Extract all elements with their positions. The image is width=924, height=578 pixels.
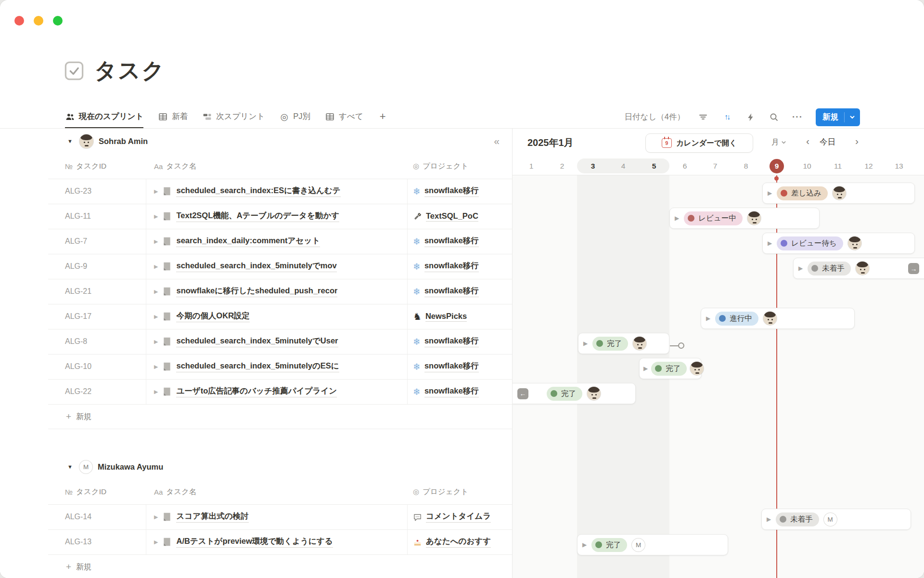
expand-toggle-icon[interactable]: ▶	[582, 541, 587, 548]
project-link[interactable]: snowflake移行	[424, 336, 479, 347]
task-name-link[interactable]: A/Bテストがpreview環境で動くようにする	[176, 536, 333, 548]
today-button[interactable]: 今日	[820, 137, 835, 147]
day-cell[interactable]: 12	[853, 158, 884, 175]
project-link[interactable]: TextSQL_PoC	[426, 211, 478, 222]
add-task-row[interactable]: + 新規	[0, 554, 512, 578]
more-icon[interactable]: ···	[792, 112, 803, 122]
sort-icon[interactable]: ↑↓	[721, 112, 732, 122]
timeline-bar[interactable]: ▶ 未着手 →	[793, 258, 924, 279]
expand-toggle-icon[interactable]: ▶	[675, 215, 679, 222]
project-link[interactable]: snowflake移行	[424, 386, 479, 397]
column-header-name[interactable]: タスク名	[166, 161, 196, 171]
project-link[interactable]: NewsPicks	[425, 312, 467, 322]
day-cell[interactable]: 14	[914, 158, 924, 175]
expand-toggle-icon[interactable]: ▶	[154, 213, 158, 220]
project-link[interactable]: あなたへのおすす	[426, 536, 491, 548]
collapse-group-icon[interactable]: ▼	[67, 464, 74, 470]
add-view-button[interactable]: +	[378, 106, 388, 128]
column-header-id[interactable]: タスクID	[76, 487, 106, 497]
project-link[interactable]: snowflake移行	[424, 286, 479, 297]
day-cell[interactable]: 2	[547, 158, 578, 175]
collapse-group-icon[interactable]: ▼	[67, 138, 74, 144]
day-cell[interactable]: 10	[792, 158, 822, 175]
expand-toggle-icon[interactable]: ▶	[154, 364, 158, 370]
task-name-link[interactable]: ユーザto広告記事のバッチ推薦パイプライン	[176, 386, 337, 397]
project-link[interactable]: コメントタイムラ	[426, 511, 491, 523]
minimize-button[interactable]	[34, 16, 43, 26]
tab-new[interactable]: 新着	[158, 106, 188, 128]
task-name-link[interactable]: Text2SQL機能、Aテーブルのデータを動かす	[176, 210, 339, 222]
expand-toggle-icon[interactable]: ▶	[583, 340, 588, 347]
tab-all[interactable]: すべて	[325, 106, 363, 128]
day-cell[interactable]: 11	[822, 158, 853, 175]
scroll-to-bar-left-button[interactable]: ←	[517, 388, 528, 399]
task-name-link[interactable]: スコア算出式の検討	[176, 511, 248, 523]
column-header-project[interactable]: プロジェクト	[423, 161, 468, 171]
day-cell[interactable]: 5	[639, 158, 669, 175]
timeline-bar[interactable]: ▶ 完了 M	[577, 534, 728, 555]
day-cell[interactable]: 1	[516, 158, 547, 175]
expand-toggle-icon[interactable]: ▶	[154, 188, 158, 195]
task-name-link[interactable]: scheduled_search_index_5minutelyのESに	[176, 361, 339, 372]
timeline-bar[interactable]: ▶ 差し込み	[762, 183, 915, 204]
new-button[interactable]: 新規	[816, 108, 860, 126]
open-calendar-button[interactable]: 9 カレンダーで開く	[645, 133, 753, 153]
timeline-bar[interactable]: ▶ 未着手 M	[761, 509, 911, 530]
day-cell[interactable]: 4	[608, 158, 639, 175]
expand-toggle-icon[interactable]: ▶	[154, 238, 158, 245]
lightning-icon[interactable]	[745, 112, 756, 122]
group-header-mizukawa[interactable]: ▼ M Mizukawa Ayumu	[0, 454, 512, 479]
task-name-link[interactable]: 今期の個人OKR設定	[176, 311, 250, 322]
timeline-bar[interactable]: ▶ レビュー中	[669, 208, 820, 229]
close-button[interactable]	[14, 16, 24, 26]
task-name-link[interactable]: search_index_daily:commentアセット	[176, 236, 320, 247]
column-header-name[interactable]: タスク名	[166, 487, 196, 497]
next-period-button[interactable]: ›	[855, 135, 859, 147]
expand-toggle-icon[interactable]: ▶	[798, 265, 803, 272]
expand-toggle-icon[interactable]: ▶	[154, 289, 158, 295]
add-task-row[interactable]: + 新規	[0, 404, 512, 429]
expand-toggle-icon[interactable]: ▶	[768, 190, 772, 197]
date-filter[interactable]: 日付なし（4件）	[625, 112, 685, 122]
expand-toggle-icon[interactable]: ▶	[154, 389, 158, 395]
project-link[interactable]: snowflake移行	[424, 185, 479, 197]
expand-toggle-icon[interactable]: ▶	[154, 339, 158, 345]
group-header-sohrab[interactable]: ▼ Sohrab Amin «	[0, 129, 512, 154]
today-date-badge[interactable]: 9	[770, 159, 784, 173]
collapse-pane-icon[interactable]: «	[494, 135, 500, 147]
dependency-connector[interactable]	[670, 342, 684, 349]
prev-period-button[interactable]: ‹	[806, 135, 809, 147]
day-cell[interactable]: 3	[578, 158, 608, 175]
expand-toggle-icon[interactable]: ▶	[643, 365, 648, 372]
day-cell[interactable]: 8	[731, 158, 761, 175]
expand-toggle-icon[interactable]: ▶	[154, 514, 158, 520]
scroll-to-bar-right-button[interactable]: →	[908, 263, 919, 274]
timeline-bar[interactable]: ▶ 完了	[639, 358, 702, 379]
tab-by-project[interactable]: ◎ PJ別	[279, 106, 310, 128]
expand-toggle-icon[interactable]: ▶	[154, 314, 158, 320]
task-name-link[interactable]: scheduled_search_index_5minutelyでUser	[176, 336, 338, 347]
task-name-link[interactable]: scheduled_search_index_5minutelyでmov	[176, 261, 336, 272]
day-cell[interactable]: 7	[700, 158, 731, 175]
project-link[interactable]: snowflake移行	[424, 261, 479, 272]
expand-toggle-icon[interactable]: ▶	[706, 315, 710, 322]
column-header-project[interactable]: プロジェクト	[423, 487, 468, 497]
tab-current-sprint[interactable]: 現在のスプリント	[65, 106, 143, 128]
task-name-link[interactable]: snowflakeに移行したsheduled_push_recor	[176, 286, 337, 297]
expand-toggle-icon[interactable]: ▶	[154, 263, 158, 270]
project-link[interactable]: snowflake移行	[424, 236, 479, 247]
expand-toggle-icon[interactable]: ▶	[767, 516, 771, 523]
timeline-bar[interactable]: ▶ レビュー待ち	[762, 233, 915, 254]
chevron-down-icon[interactable]	[844, 112, 860, 122]
column-header-id[interactable]: タスクID	[76, 161, 106, 171]
project-link[interactable]: snowflake移行	[424, 361, 479, 372]
filter-icon[interactable]	[698, 112, 708, 122]
timeline-bar[interactable]: ▶ 進行中	[701, 308, 855, 329]
timeline-bar[interactable]: ▶ 完了	[578, 333, 669, 354]
expand-toggle-icon[interactable]: ▶	[768, 240, 772, 247]
expand-toggle-icon[interactable]: ▶	[154, 539, 158, 545]
search-icon[interactable]	[769, 112, 779, 122]
day-cell[interactable]: 13	[884, 158, 914, 175]
task-name-link[interactable]: scheduled_search_index:ESに書き込んむテ	[176, 185, 340, 197]
tab-next-sprint[interactable]: 次スプリント	[202, 106, 265, 128]
